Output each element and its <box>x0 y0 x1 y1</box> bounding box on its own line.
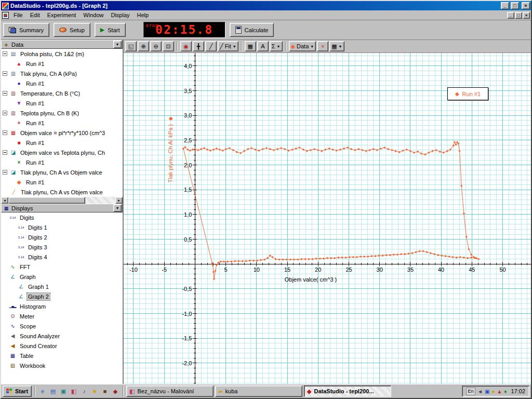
data-item[interactable]: ▤Poloha pistu, Ch 1&2 (m) <box>1 49 123 59</box>
messenger-icon[interactable]: ♦ <box>504 389 507 394</box>
dropdown-arrow-icon: ▼ <box>233 45 236 48</box>
display-item[interactable]: ⊙Meter <box>1 311 123 321</box>
alarm-button[interactable]: ◉ <box>180 41 192 51</box>
run-item[interactable]: +Run #1 <box>1 118 123 128</box>
plot-area[interactable]: -10-551015202530354045504,03,53,02,52,01… <box>124 53 531 384</box>
mdi-close-button[interactable]: × <box>523 12 530 19</box>
display-subitem[interactable]: ∠Graph 2 <box>1 291 123 301</box>
summary-button[interactable]: Summary <box>3 23 49 37</box>
graph-plot[interactable]: -10-551015202530354045504,03,53,02,52,01… <box>124 53 531 384</box>
collapse-box-icon[interactable] <box>3 91 7 96</box>
slope-tool-button[interactable]: ╱ <box>205 41 217 51</box>
setup-button[interactable]: Setup <box>54 23 90 37</box>
collapse-box-icon[interactable] <box>3 150 7 155</box>
calculate-button[interactable]: Calculate <box>230 23 274 37</box>
language-indicator[interactable]: En <box>466 388 475 395</box>
remove-data-button[interactable]: × <box>317 41 328 51</box>
mdi-minimize-button[interactable]: _ <box>507 12 514 19</box>
scroll-right-icon[interactable]: ► <box>115 197 123 204</box>
display-item[interactable]: ▧Workbook <box>1 361 123 370</box>
menu-help[interactable]: Help <box>134 11 153 19</box>
display-item[interactable]: ∿Scope <box>1 321 123 331</box>
collapse-box-icon[interactable] <box>3 111 7 115</box>
legend[interactable]: ◆ Run #1 <box>447 87 488 100</box>
zoom-select-button[interactable]: ⊡ <box>163 41 174 51</box>
statistics-button[interactable]: Σ▼ <box>270 41 283 51</box>
data-item[interactable]: ╱Tlak plynu, Ch A vs Objem valce <box>1 187 123 197</box>
task-button[interactable]: ▰kuba <box>215 385 302 397</box>
show-desktop-icon[interactable]: ▣ <box>59 386 68 396</box>
scheduler-icon[interactable]: ● <box>491 389 495 394</box>
zoom-out-button[interactable]: ⊖ <box>150 41 162 51</box>
calculate-tool-button[interactable]: ▦ <box>245 41 256 51</box>
display-subitem[interactable]: 3.14Digits 3 <box>1 242 123 252</box>
close-button[interactable]: × <box>522 2 530 9</box>
document-icon[interactable]: ■ <box>100 386 110 396</box>
winamp-icon[interactable]: ★ <box>90 386 99 396</box>
data-panel-dropdown-button[interactable]: ▼ <box>113 41 122 48</box>
menu-display[interactable]: Display <box>107 11 133 19</box>
menu-edit[interactable]: Edit <box>26 11 44 19</box>
data-item[interactable]: ▥Temperature, Ch B (°C) <box>1 88 123 98</box>
data-item[interactable]: ◪Objem valce vs Teplota plynu, Ch <box>1 148 123 157</box>
displays-panel-dropdown-button[interactable]: ▼ <box>113 204 122 212</box>
display-subitem[interactable]: ∠Graph 1 <box>1 282 123 291</box>
data-panel-header[interactable]: ◈ Data ▼ <box>1 40 123 49</box>
run-item[interactable]: ◆Run #1 <box>1 177 123 187</box>
run-item[interactable]: ▲Run #1 <box>1 59 123 69</box>
display-subitem[interactable]: 3.14Digits 1 <box>1 222 123 232</box>
collapse-box-icon[interactable] <box>3 71 7 76</box>
fit-menu-button[interactable]: ╱Fit▼ <box>218 41 238 51</box>
data-item[interactable]: ▥Tlak plynu, Ch A (kPa) <box>1 69 123 78</box>
run-item[interactable]: ▼Run #1 <box>1 98 123 108</box>
data-item[interactable]: ▦Objem valce = pi*r*r*y*100 (cm^3 <box>1 128 123 138</box>
data-menu-button[interactable]: ◆Data▼ <box>289 41 316 51</box>
start-button[interactable]: ▶ Start <box>95 23 126 37</box>
display-subitem[interactable]: 3.14Digits 4 <box>1 252 123 262</box>
collapse-box-icon[interactable] <box>3 170 7 175</box>
graph-settings-button[interactable]: ▦▼ <box>329 41 344 51</box>
display-item[interactable]: ∿FFT <box>1 262 123 272</box>
displays-panel-header[interactable]: ▦ Displays ▼ <box>1 204 123 212</box>
text-tool-button[interactable]: A <box>257 41 269 51</box>
collapse-box-icon[interactable] <box>3 51 7 56</box>
start-menu-button[interactable]: Start <box>3 385 32 397</box>
display-item[interactable]: ◀Sound Creator <box>1 341 123 351</box>
antivirus-icon[interactable]: ▲ <box>497 389 502 394</box>
display-item[interactable]: ∠Graph <box>1 272 123 282</box>
scrollbar-thumb[interactable] <box>8 197 85 204</box>
run-item[interactable]: ●Run #1 <box>1 78 123 88</box>
smart-tool-button[interactable]: ╋ <box>193 41 204 51</box>
scale-to-fit-button[interactable]: ◱ <box>125 41 137 51</box>
run-item[interactable]: ■Run #1 <box>1 138 123 148</box>
display-item[interactable]: ◀Sound Analyzer <box>1 331 123 341</box>
scroll-left-icon[interactable]: ◄ <box>1 197 8 204</box>
menu-window[interactable]: Window <box>79 11 107 19</box>
menu-file[interactable]: File <box>10 11 26 19</box>
internet-explorer-icon[interactable]: e <box>38 386 47 396</box>
zoom-in-button[interactable]: ⊕ <box>138 41 149 51</box>
display-item[interactable]: 3.14Digits <box>1 212 123 222</box>
media-player-icon[interactable]: ♪ <box>79 386 89 396</box>
display-item[interactable]: ▦Table <box>1 351 123 361</box>
scrollbar-track[interactable] <box>85 197 115 204</box>
mdi-restore-button[interactable]: □ <box>515 12 522 19</box>
document-icon[interactable] <box>2 12 9 19</box>
display-item[interactable]: ▂▅▃Histogram <box>1 301 123 311</box>
display-subitem[interactable]: 3.14Digits 2 <box>1 232 123 242</box>
mail-icon[interactable]: ◆ <box>111 386 120 396</box>
data-item[interactable]: ◪Tlak plynu, Ch A vs Objem valce <box>1 167 123 177</box>
minimize-button[interactable]: _ <box>501 2 509 9</box>
data-item[interactable]: ▥Teplota plynu, Ch B (K) <box>1 108 123 118</box>
volume-icon[interactable]: ◄ <box>477 389 483 394</box>
run-item[interactable]: ×Run #1 <box>1 157 123 167</box>
collapse-box-icon[interactable] <box>3 130 7 135</box>
data-tree-hscrollbar[interactable]: ◄ ► <box>1 197 123 204</box>
maximize-button[interactable]: □ <box>511 2 519 9</box>
outlook-icon[interactable]: ▤ <box>48 386 58 396</box>
display-icon[interactable]: ▣ <box>485 389 489 394</box>
task-button[interactable]: ◆DataStudio - tepl200... <box>304 385 391 397</box>
paint-icon[interactable]: ◧ <box>69 386 78 396</box>
task-button[interactable]: ◧Bez_názvu - Malování <box>126 385 214 397</box>
menu-experiment[interactable]: Experiment <box>44 11 80 19</box>
